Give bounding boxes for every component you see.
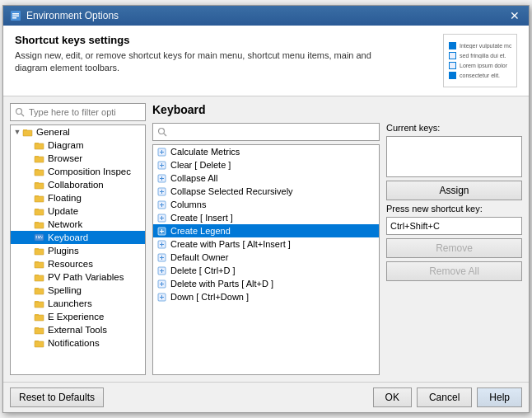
- tree-item-root[interactable]: ▼ General: [11, 125, 145, 139]
- cmd-item-8[interactable]: Default Owner: [153, 251, 379, 264]
- help-button[interactable]: Help: [477, 387, 522, 407]
- cmd-label-0: Calculate Metrics: [170, 147, 240, 157]
- tree-label-experience: E Experience: [48, 312, 104, 322]
- tree-label-floating: Floating: [48, 193, 82, 203]
- img-text-2: sed fringilla dui et.: [460, 53, 506, 59]
- dialog-title: Environment Options: [26, 10, 119, 21]
- tree-label-update: Update: [48, 206, 78, 216]
- svg-rect-5: [23, 130, 32, 136]
- expand-icon: [24, 232, 34, 242]
- title-bar: Environment Options ✕: [3, 6, 529, 26]
- tree-item-composition[interactable]: Composition Inspec: [11, 165, 145, 178]
- cmd-item-7[interactable]: Create with Parts [ Alt+Insert ]: [153, 237, 379, 251]
- keyboard-content: Calculate Metrics Clear [ Delete ] Colla…: [152, 123, 522, 375]
- expand-icon: [24, 140, 34, 150]
- cmd-item-10[interactable]: Delete with Parts [ Alt+D ]: [153, 277, 379, 290]
- left-panel: ▼ General Diagram Browser Composition In…: [10, 103, 146, 375]
- tree-item-spelling[interactable]: Spelling: [11, 284, 145, 297]
- reset-button[interactable]: Reset to Defaults: [10, 387, 104, 407]
- tree-item-floating[interactable]: Floating: [11, 191, 145, 204]
- cmd-label-11: Down [ Ctrl+Down ]: [170, 292, 249, 302]
- owner-cmd-icon: [156, 251, 168, 263]
- svg-rect-24: [42, 236, 43, 237]
- tree-label-network: Network: [48, 219, 82, 229]
- svg-rect-3: [12, 17, 16, 19]
- cancel-button[interactable]: Cancel: [417, 387, 472, 407]
- cmd-item-4[interactable]: Columns: [153, 198, 379, 211]
- tree-label-plugins: Plugins: [48, 246, 79, 256]
- clear-cmd-icon: [156, 159, 168, 171]
- commands-list-container: Calculate Metrics Clear [ Delete ] Colla…: [152, 144, 380, 375]
- tree-label-collaboration: Collaboration: [48, 180, 104, 190]
- assign-button[interactable]: Assign: [386, 181, 522, 200]
- tree-label-launchers: Launchers: [48, 298, 92, 308]
- tree-item-collaboration[interactable]: Collaboration: [11, 178, 145, 191]
- delete-cmd-icon: [156, 278, 168, 289]
- tree-container: ▼ General Diagram Browser Composition In…: [10, 124, 146, 375]
- keys-panel: Current keys: Assign Press new shortcut …: [386, 123, 522, 375]
- svg-rect-7: [35, 143, 44, 149]
- cmd-item-6[interactable]: Create Legend: [153, 224, 379, 237]
- cmd-label-2: Collapse All: [170, 173, 217, 183]
- svg-rect-21: [36, 236, 38, 237]
- tree-label-ext_tools: External Tools: [48, 325, 107, 335]
- folder-icon: [22, 126, 34, 138]
- folder-icon: [34, 192, 45, 204]
- img-check-2: [449, 52, 456, 59]
- tree-item-network[interactable]: Network: [11, 218, 145, 231]
- tree-item-diagram[interactable]: Diagram: [11, 139, 145, 152]
- svg-rect-22: [38, 236, 40, 237]
- tree-item-launchers[interactable]: Launchers: [11, 297, 145, 310]
- tree-item-keyboard[interactable]: Keyboard: [11, 231, 145, 244]
- ok-button[interactable]: OK: [373, 387, 412, 407]
- img-check-3: [449, 62, 456, 69]
- cmd-label-1: Clear [ Delete ]: [170, 160, 231, 170]
- expand-icon: [24, 180, 34, 190]
- tree-item-path_vars[interactable]: PV Path Variables: [11, 270, 145, 284]
- cmd-item-0[interactable]: Calculate Metrics: [153, 145, 379, 158]
- tree-label-spelling: Spelling: [48, 285, 82, 295]
- dialog-bottom: Reset to Defaults OK Cancel Help: [3, 382, 529, 412]
- cmd-item-1[interactable]: Clear [ Delete ]: [153, 158, 379, 171]
- cmd-item-2[interactable]: Collapse All: [153, 171, 379, 185]
- remove-button[interactable]: Remove: [386, 238, 522, 258]
- svg-rect-9: [35, 157, 44, 162]
- expand-icon: [24, 193, 34, 203]
- cmd-item-5[interactable]: Create [ Insert ]: [153, 211, 379, 224]
- img-text-1: Integer vulputate mollis: [460, 43, 511, 49]
- remove-all-button[interactable]: Remove All: [386, 261, 522, 281]
- cmd-item-11[interactable]: Down [ Ctrl+Down ]: [153, 290, 379, 303]
- expand-icon: [24, 219, 34, 229]
- cmd-label-6: Create Legend: [170, 226, 231, 236]
- folder-icon: [34, 179, 45, 190]
- cmd-label-7: Create with Parts [ Alt+Insert ]: [170, 239, 291, 249]
- tree-item-resources[interactable]: Resources: [11, 257, 145, 270]
- svg-rect-1: [12, 13, 19, 15]
- environment-options-dialog: Environment Options ✕ Shortcut keys sett…: [2, 5, 530, 413]
- svg-rect-33: [35, 275, 44, 281]
- svg-rect-2: [12, 16, 19, 17]
- header-image: Integer vulputate mollis sed fringilla d…: [443, 34, 517, 87]
- tree-item-plugins[interactable]: Plugins: [11, 244, 145, 257]
- tree-item-update[interactable]: Update: [11, 204, 145, 218]
- current-keys-box: [386, 136, 522, 177]
- keyboard-icon: [34, 232, 45, 243]
- tree-item-experience[interactable]: E Experience: [11, 310, 145, 323]
- folder-icon: [34, 218, 45, 230]
- cmd-item-3[interactable]: Collapse Selected Recursively: [153, 185, 379, 198]
- cmd-item-9[interactable]: Delete [ Ctrl+D ]: [153, 264, 379, 277]
- folder-icon: [34, 205, 45, 217]
- tree-item-notifications[interactable]: Notifications: [11, 336, 145, 350]
- folder-icon: [34, 311, 45, 322]
- close-button[interactable]: ✕: [507, 8, 522, 23]
- folder-icon: [34, 324, 45, 336]
- tree-item-browser[interactable]: Browser: [11, 152, 145, 165]
- dialog-body: ▼ General Diagram Browser Composition In…: [3, 96, 529, 382]
- filter-input[interactable]: [10, 103, 146, 121]
- header-description: Assign new, edit, or remove shortcut key…: [15, 49, 402, 75]
- tree-item-ext_tools[interactable]: External Tools: [11, 323, 145, 336]
- folder-icon: [34, 284, 45, 296]
- collapse-cmd-icon: [156, 172, 168, 184]
- right-panel: Keyboard Calculate Metrics Clear [ Delet…: [152, 103, 522, 375]
- commands-search[interactable]: [152, 123, 380, 141]
